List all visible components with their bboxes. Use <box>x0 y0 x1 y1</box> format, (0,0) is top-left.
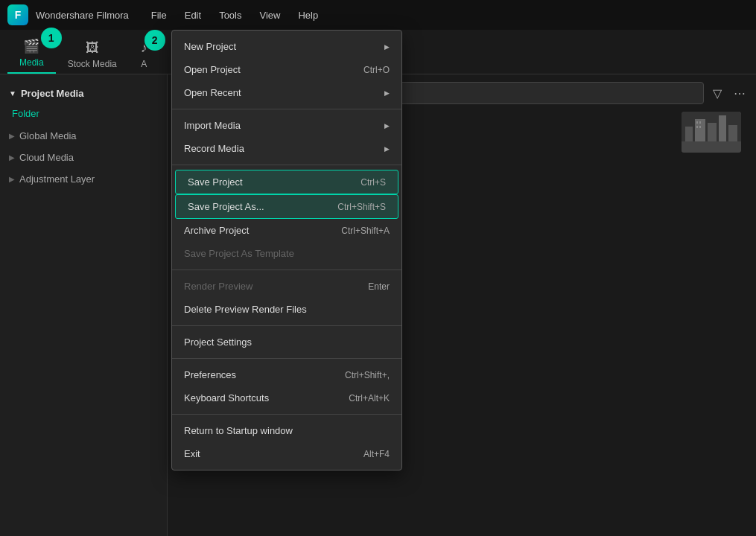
tab-audio[interactable]: ♪ A 2 <box>129 36 159 74</box>
menu-section-preferences: Preferences Ctrl+Shift+, Keyboard Shortc… <box>172 359 401 415</box>
tab-media-label: Media <box>19 57 44 68</box>
open-project-label: Open Project <box>184 64 241 75</box>
tab-stock-media-label: Stock Media <box>68 59 117 69</box>
cloud-media-label: Cloud Media <box>19 152 74 163</box>
project-media-header: ▼ Project Media <box>0 82 167 105</box>
menu-archive-project[interactable]: Archive Project Ctrl+Shift+A <box>172 219 401 242</box>
menu-delete-preview[interactable]: Delete Preview Render Files <box>172 298 401 321</box>
menu-preferences[interactable]: Preferences Ctrl+Shift+, <box>172 363 401 386</box>
menu-render-preview: Render Preview Enter <box>172 275 401 298</box>
project-media-arrow: ▼ <box>9 89 16 98</box>
menu-section-import: Import Media Record Media <box>172 109 401 165</box>
menu-new-project[interactable]: New Project <box>172 35 401 58</box>
archive-project-label: Archive Project <box>184 225 249 236</box>
media-thumbnail <box>682 112 741 153</box>
menu-save-project[interactable]: Save Project Ctrl+S <box>175 170 398 194</box>
more-options-icon[interactable]: ⋯ <box>731 83 749 103</box>
menu-view[interactable]: View <box>252 7 288 24</box>
save-project-label: Save Project <box>188 176 243 188</box>
project-settings-label: Project Settings <box>184 336 252 348</box>
sidebar-item-cloud-media[interactable]: ▶ Cloud Media <box>0 147 167 168</box>
svg-rect-9 <box>696 126 698 128</box>
exit-shortcut: Alt+F4 <box>363 449 390 459</box>
cloud-media-arrow: ▶ <box>9 153 15 162</box>
menu-section-save: Save Project Ctrl+S Save Project As... C… <box>172 165 401 270</box>
record-media-label: Record Media <box>184 143 244 154</box>
menu-open-project[interactable]: Open Project Ctrl+O <box>172 58 401 81</box>
return-startup-label: Return to Startup window <box>184 425 293 436</box>
save-as-template-label: Save Project As Template <box>184 248 294 259</box>
save-project-as-shortcut: Ctrl+Shift+S <box>337 202 386 212</box>
menu-open-recent[interactable]: Open Recent <box>172 81 401 104</box>
step-1-badge: 1 <box>41 28 62 48</box>
menu-section-project-settings: Project Settings <box>172 326 401 359</box>
menu-bar: File Edit Tools View Help <box>144 7 325 24</box>
menu-section-exit: Return to Startup window Exit Alt+F4 <box>172 415 401 470</box>
adjustment-layer-label: Adjustment Layer <box>19 173 95 185</box>
filter-icon[interactable]: ▽ <box>710 83 725 103</box>
file-dropdown-menu: New Project Open Project Ctrl+O Open Rec… <box>171 30 402 470</box>
render-preview-label: Render Preview <box>184 281 253 292</box>
menu-edit[interactable]: Edit <box>177 7 209 24</box>
thumbnail-inner <box>682 112 741 153</box>
menu-help[interactable]: Help <box>290 7 325 24</box>
tab-media[interactable]: 🎬 Media 1 <box>7 34 56 74</box>
open-recent-label: Open Recent <box>184 87 241 98</box>
sidebar-item-adjustment-layer[interactable]: ▶ Adjustment Layer <box>0 168 167 190</box>
keyboard-shortcuts-label: Keyboard Shortcuts <box>184 392 269 403</box>
keyboard-shortcuts-shortcut: Ctrl+Alt+K <box>349 393 390 403</box>
svg-rect-10 <box>699 126 701 128</box>
global-media-arrow: ▶ <box>9 132 15 140</box>
save-project-shortcut: Ctrl+S <box>360 177 386 188</box>
delete-preview-label: Delete Preview Render Files <box>184 304 307 315</box>
menu-keyboard-shortcuts[interactable]: Keyboard Shortcuts Ctrl+Alt+K <box>172 386 401 409</box>
svg-rect-6 <box>682 141 741 153</box>
global-media-label: Global Media <box>19 130 77 141</box>
preferences-shortcut: Ctrl+Shift+, <box>345 370 390 380</box>
menu-tools[interactable]: Tools <box>212 7 249 24</box>
new-project-label: New Project <box>184 41 236 52</box>
step-2-badge: 2 <box>144 30 165 51</box>
import-media-label: Import Media <box>184 120 241 131</box>
stock-media-tab-icon: 🖼 <box>86 40 99 56</box>
sidebar: ▼ Project Media Folder ▶ Global Media ▶ … <box>0 74 168 536</box>
menu-section-render: Render Preview Enter Delete Preview Rend… <box>172 270 401 326</box>
menu-return-startup[interactable]: Return to Startup window <box>172 419 401 442</box>
svg-rect-8 <box>699 121 701 124</box>
menu-save-project-as[interactable]: Save Project As... Ctrl+Shift+S <box>175 194 398 219</box>
open-project-shortcut: Ctrl+O <box>363 65 390 75</box>
app-name: Wondershare Filmora <box>36 10 129 21</box>
menu-save-as-template: Save Project As Template <box>172 242 401 265</box>
menu-section-new-open: New Project Open Project Ctrl+O Open Rec… <box>172 31 401 109</box>
menu-project-settings[interactable]: Project Settings <box>172 331 401 354</box>
archive-project-shortcut: Ctrl+Shift+A <box>341 226 390 236</box>
exit-label: Exit <box>184 448 200 459</box>
menu-exit[interactable]: Exit Alt+F4 <box>172 442 401 465</box>
tab-stock-media[interactable]: 🖼 Stock Media <box>56 36 129 74</box>
folder-label: Folder <box>0 105 167 125</box>
svg-rect-7 <box>696 121 698 124</box>
preferences-label: Preferences <box>184 369 236 380</box>
app-logo: F <box>7 4 28 25</box>
adjustment-layer-arrow: ▶ <box>9 175 15 183</box>
render-preview-shortcut: Enter <box>368 281 390 292</box>
tab-audio-label: A <box>141 59 147 69</box>
save-project-as-label: Save Project As... <box>188 201 264 212</box>
sidebar-item-global-media[interactable]: ▶ Global Media <box>0 125 167 147</box>
menu-record-media[interactable]: Record Media <box>172 137 401 160</box>
project-media-title: Project Media <box>21 88 84 99</box>
menu-import-media[interactable]: Import Media <box>172 114 401 137</box>
media-tab-icon: 🎬 <box>23 38 39 54</box>
menu-file[interactable]: File <box>144 7 174 24</box>
titlebar: F Wondershare Filmora File Edit Tools Vi… <box>0 0 756 30</box>
